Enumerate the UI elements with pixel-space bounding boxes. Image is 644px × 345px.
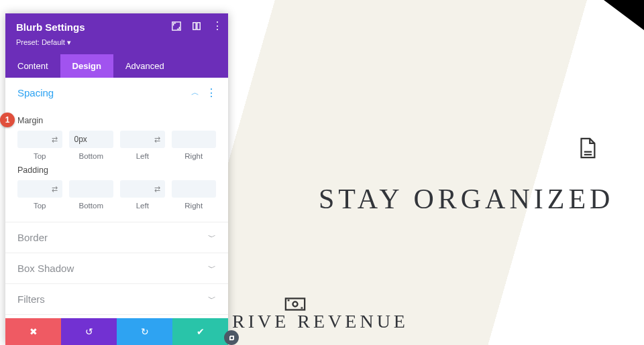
section-head-filters[interactable]: Filters ﹀ — [5, 284, 228, 314]
link-icon[interactable]: ⇄ — [48, 185, 62, 194]
padding-left-input[interactable]: ⇄ — [120, 180, 165, 198]
spacing-body: Margin ⇄ Top 0px Bottom ⇄ Left — [5, 108, 228, 222]
chevron-down-icon: ﹀ — [208, 293, 216, 305]
section-head-box-shadow[interactable]: Box Shadow ﹀ — [5, 253, 228, 283]
margin-bottom-input[interactable]: 0px — [69, 131, 114, 148]
more-menu-icon[interactable]: ⋮ — [212, 21, 221, 31]
cancel-button[interactable]: ✖ — [5, 318, 61, 345]
tab-advanced[interactable]: Advanced — [113, 54, 176, 78]
panel-header: Blurb Settings Preset: Default ▾ ⋮ — [5, 13, 228, 54]
padding-right-input[interactable] — [172, 180, 217, 198]
settings-panel: Blurb Settings Preset: Default ▾ ⋮ Conte… — [5, 13, 228, 345]
margin-left-input[interactable]: ⇄ — [120, 131, 165, 148]
section-border: Border ﹀ — [5, 222, 228, 253]
margin-label: Margin — [17, 116, 216, 125]
padding-label: Padding — [17, 165, 216, 175]
chevron-down-icon: ﹀ — [208, 232, 216, 243]
svg-rect-3 — [193, 23, 196, 30]
heading-drive-revenue: RIVE REVENUE — [232, 311, 409, 332]
tab-bar: Content Design Advanced — [5, 54, 228, 78]
chevron-down-icon: ﹀ — [208, 263, 216, 274]
section-spacing: Spacing ︿ ⋮ Margin ⇄ Top 0px Bottom — [5, 78, 228, 222]
link-icon[interactable]: ⇄ — [150, 185, 165, 194]
svg-rect-4 — [197, 23, 200, 30]
margin-top-input[interactable]: ⇄ — [17, 131, 62, 148]
section-title: Spacing — [17, 87, 54, 98]
link-icon[interactable]: ⇄ — [150, 135, 165, 144]
heading-stay-organized: STAY ORGANIZED — [319, 183, 614, 215]
annotation-badge-1: 1 — [0, 113, 15, 127]
link-icon[interactable]: ⇄ — [48, 135, 62, 144]
preset-label: Preset: Default — [16, 38, 65, 46]
svg-point-1 — [292, 301, 297, 306]
tab-content[interactable]: Content — [5, 54, 60, 78]
section-head-spacing[interactable]: Spacing ︿ ⋮ — [5, 78, 228, 108]
panel-body[interactable]: Spacing ︿ ⋮ Margin ⇄ Top 0px Bottom — [5, 78, 228, 318]
section-box-shadow: Box Shadow ﹀ — [5, 253, 228, 284]
resize-handle[interactable] — [224, 330, 239, 345]
chevron-up-icon: ︿ — [191, 87, 199, 98]
panel-footer: ✖ ↺ ↻ ✔ — [5, 318, 228, 345]
margin-right-input[interactable] — [172, 131, 217, 148]
section-filters: Filters ﹀ — [5, 284, 228, 315]
preset-dropdown[interactable]: Preset: Default ▾ — [16, 38, 71, 47]
save-button[interactable]: ✔ — [172, 318, 228, 345]
document-icon — [576, 137, 598, 159]
redo-button[interactable]: ↻ — [117, 318, 172, 345]
tab-design[interactable]: Design — [60, 54, 113, 78]
padding-top-input[interactable]: ⇄ — [17, 180, 62, 198]
caret-down-icon: ▾ — [67, 38, 71, 47]
section-menu-icon[interactable]: ⋮ — [206, 90, 216, 96]
padding-bottom-input[interactable] — [69, 180, 114, 198]
snap-icon[interactable] — [192, 21, 201, 31]
undo-button[interactable]: ↺ — [61, 318, 117, 345]
section-head-border[interactable]: Border ﹀ — [5, 222, 228, 253]
expand-icon[interactable] — [172, 21, 181, 31]
